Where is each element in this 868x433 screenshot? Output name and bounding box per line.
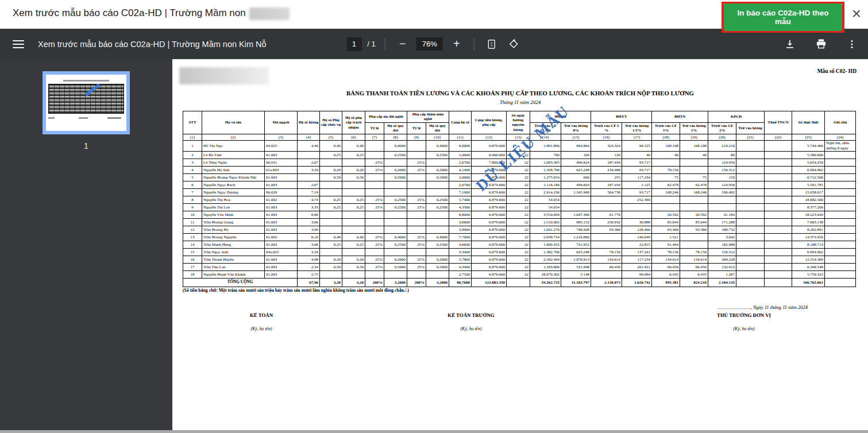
document-page: Mẫu số C02- HD BẢNG THANH TOÁN TIỀN LƯƠN…: [172, 59, 868, 433]
page-title: Xem trước mẫu báo cáo C02a-HD | Trường M…: [13, 7, 290, 20]
toolbar-divider: [385, 38, 385, 51]
pdf-viewer-area: Mẫu số C02- HD BẢNG THANH TOÁN TIỀN LƯƠN…: [172, 59, 868, 433]
page-count-label: / 1: [367, 40, 375, 48]
amount-in-words: (Số tiền bằng chữ: Một trăm sáu mươi sáu…: [183, 288, 409, 293]
thumbnail-table: [48, 84, 124, 114]
table-row: 7Nguyễn Ngọc Dương06.0297,197,19006.879.…: [183, 188, 856, 196]
table-row: 6Nguyễn Ngọc Bách01.0032,672,67006.879.6…: [183, 181, 856, 188]
signature-accountant: KẾ TOÁN (Ký, họ tên): [227, 312, 296, 331]
zoom-in-button[interactable]: +: [449, 36, 465, 52]
horizontal-scrollbar[interactable]: [0, 430, 868, 433]
highlight-rectangle: In báo cáo C02a-HD theo mẫu: [722, 2, 844, 33]
signature-unit-head: THỦ TRƯỞNG ĐƠN VỊ (Ký, họ tên): [701, 312, 787, 331]
redacted-school-name: [249, 7, 290, 20]
table-row: 15Trần Ngọc Anh04a.0253,343,34006.879.60…: [183, 248, 856, 256]
table-row: 9Nguyễn Thị Lan01.0033,330,250,2525%0,25…: [183, 203, 856, 211]
table-row: 18Nguyễn Phạm Văn Khánh01.0032,752,75006…: [183, 270, 856, 278]
page-number-input[interactable]: 1: [346, 37, 361, 51]
toolbar-divider: [474, 38, 474, 51]
table-row: 17Trần Thu Lan01.0032,340,500,5025%0,500…: [183, 263, 856, 270]
pdf-toolbar: Xem trước mẫu báo cáo C02a-HD | Trường M…: [0, 29, 868, 59]
salary-table-body: 1Hồ Thị Nga04.0254,400,400,400,40000,400…: [183, 141, 856, 287]
table-row: 8Nguyễn Thị Hoa01.0024,740,250,2525%0,25…: [183, 196, 856, 203]
table-row: 2Lê Bá Tám01.0030,250,250,25000,25001,00…: [183, 151, 856, 158]
table-row: 4Nguyễn Hà Anh01a.0033,340,200,2025%0,20…: [183, 166, 856, 173]
date-line: ..........................., Ngày 11 thá…: [717, 304, 808, 310]
close-icon[interactable]: ×: [852, 5, 861, 23]
table-row: 13Trần Hoàng Nguyên01.0026,100,400,4025%…: [183, 233, 856, 241]
signature-chief-accountant: KẾ TOÁN TRƯỞNG (Ký, họ tên): [434, 312, 508, 331]
print-report-button[interactable]: In báo cáo C02a-HD theo mẫu: [724, 3, 842, 31]
menu-icon[interactable]: [13, 40, 24, 48]
column-number-row: (1)(2)(3)(4)(5)(6)(7)(8)(9)(10)(11)(12)(…: [183, 134, 856, 140]
salary-table: STT Họ và tên Mã ngạch Hệ số lương Hệ số…: [183, 111, 856, 287]
thumbnail-page-number: 1: [43, 141, 130, 150]
document-title: BẢNG THANH TOÁN TIỀN LƯƠNG VÀ CÁC KHOẢN …: [172, 90, 868, 96]
table-row: 3Lê Thùy Ngân06.0312,6725%25%2,67007.809…: [183, 158, 856, 166]
table-row: 14Trần Mạnh Hùng01.0033,660,250,2525%0,2…: [183, 241, 856, 248]
salary-table-header: STT Họ và tên Mã ngạch Hệ số lương Hệ số…: [183, 111, 856, 141]
form-code-label: Mẫu số C02- HD: [817, 68, 857, 74]
more-options-icon[interactable]: [844, 36, 860, 52]
table-row: 12Trần Hoàng Hà01.0033,993,99006.879.600…: [183, 226, 856, 233]
rotate-icon[interactable]: [506, 36, 522, 52]
print-icon[interactable]: [813, 36, 829, 52]
top-header-bar: Xem trước mẫu báo cáo C02a-HD | Trường M…: [0, 0, 868, 29]
zoom-out-button[interactable]: −: [395, 36, 411, 52]
page-thumbnail[interactable]: 1: [43, 71, 130, 134]
table-row: 11Trần Hoàng Giang01.0033,663,66006.879.…: [183, 218, 856, 226]
table-row: 16Trần Thanh Huyền01.0034,980,200,2025%0…: [183, 256, 856, 263]
pdf-document-title: Xem trước mẫu báo cáo C02a-HD | Trường M…: [38, 40, 267, 49]
table-row: 10Nguyễn Văn Minh01.0038,808,80006.879.6…: [183, 211, 856, 218]
total-row: TỔNG CỘNG67,963,203,20200%3,2000200%3,20…: [183, 278, 856, 287]
table-row: 1Hồ Thị Nga04.0254,400,400,400,40000,400…: [183, 141, 856, 152]
thumbnail-sidebar: 1: [0, 59, 172, 433]
scrollbar-thumb[interactable]: [0, 430, 868, 433]
zoom-level-value[interactable]: 76%: [416, 37, 443, 51]
redacted-letterhead: [179, 67, 269, 84]
table-row: 5Nguyễn Hoàng Ngọc Khánh Nhi01.0030,500,…: [183, 173, 856, 181]
download-icon[interactable]: [782, 36, 798, 52]
document-subtitle: Tháng 11 năm 2024: [172, 99, 868, 105]
thumbnail-title-line: [63, 80, 109, 82]
fit-page-icon[interactable]: [484, 36, 500, 52]
thumbnail-signatures: [48, 117, 124, 122]
